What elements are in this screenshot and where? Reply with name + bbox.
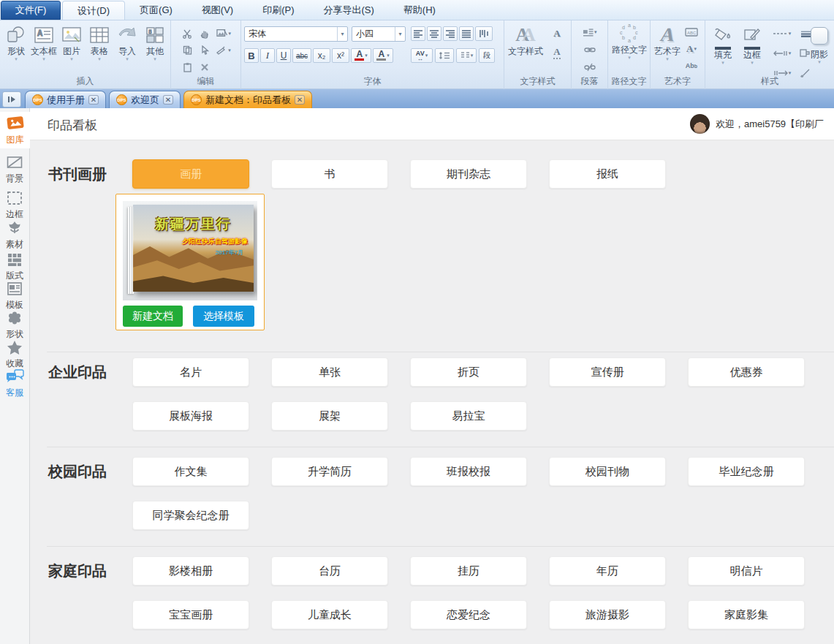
category-button[interactable]: 宝宝画册 [132,600,249,629]
cut-button[interactable] [180,26,194,41]
paste-button[interactable] [180,60,194,75]
category-button[interactable]: 单张 [271,357,388,387]
category-button[interactable]: 画册 [132,159,249,189]
category-button[interactable]: 家庭影集 [688,600,805,629]
arrow-start-button[interactable]: ▾ [770,46,795,61]
insert-import-button[interactable]: 导入▾ [113,24,141,62]
align-justify-button[interactable] [459,26,474,41]
path-text-button[interactable]: abc dab cd 路径文字 ▾ [610,23,649,61]
category-button[interactable]: 展板海报 [132,401,249,431]
font-color-button[interactable]: A▾ [351,48,371,63]
char-spacing-button[interactable]: AV↔▾ [411,48,433,63]
tab-close-icon[interactable]: ✕ [295,95,305,105]
insert-other-button[interactable]: 5其他▾ [141,24,169,62]
char-style-b-button[interactable]: A [550,45,564,60]
category-button[interactable]: 书 [271,159,388,189]
italic-button[interactable]: I [260,48,275,63]
wordart-shadow-button[interactable]: A▾ [684,42,699,56]
category-button[interactable]: 报纸 [549,159,666,189]
highlight-color-button[interactable]: A▾ [373,48,393,63]
shadow-button[interactable]: 阴影 ▾ [806,25,833,65]
wordart-button[interactable]: A 艺术字 ▾ [652,24,683,62]
copy-button[interactable] [180,43,194,58]
menu-item-help[interactable]: 帮助(H) [389,0,450,20]
category-button[interactable]: 挂历 [410,556,527,586]
align-center-button[interactable] [427,26,441,41]
dash-style-button[interactable]: ▾ [770,26,795,41]
sidebar-item-material[interactable]: 素材 [0,220,29,249]
category-button[interactable]: 易拉宝 [410,401,527,431]
category-button[interactable]: 折页 [410,357,527,387]
user-avatar[interactable] [690,114,710,134]
text-style-button[interactable]: AA 文字样式 [506,24,545,56]
category-button[interactable]: 年历 [549,556,666,586]
category-button[interactable]: 名片 [132,357,249,387]
document-tab-welcome[interactable]: DPS欢迎页✕ [109,91,181,108]
subscript-button[interactable]: x₂ [313,48,330,63]
edit-points-button[interactable]: ▾ [216,43,231,58]
border-button[interactable]: 边框 ▾ [738,24,767,66]
replace-image-button[interactable]: ▾ [216,26,231,41]
category-button[interactable]: 儿童成长 [271,600,388,629]
sidebar-item-shape[interactable]: 形状 [0,310,29,339]
bold-button[interactable]: B [244,48,259,63]
select-cursor-button[interactable] [197,43,212,58]
vertical-text-button[interactable] [475,26,493,41]
sidebar-item-gallery[interactable]: 图库 [0,112,30,148]
menu-item-page[interactable]: 页面(G) [125,0,187,20]
tab-close-icon[interactable]: ✕ [88,95,99,105]
category-button[interactable]: 期刊杂志 [410,159,527,189]
menu-item-design[interactable]: 设计(D) [62,1,125,20]
insert-table-button[interactable]: 表格▾ [86,24,113,62]
tab-close-icon[interactable]: ✕ [163,95,173,105]
sidebar-item-favorites[interactable]: 收藏 [0,339,29,368]
sidebar-item-border[interactable]: 边框 [0,190,29,219]
category-button[interactable]: 校园刊物 [549,457,666,486]
category-button[interactable]: 班报校报 [410,457,527,486]
choose-template-button[interactable]: 选择模板 [193,306,254,327]
new-document-button[interactable]: 新建文档 [123,306,183,327]
category-button[interactable]: 升学简历 [271,457,388,486]
sidebar-expand-button[interactable] [2,91,21,107]
menu-item-view[interactable]: 视图(V) [187,0,248,20]
sidebar-item-service[interactable]: 客服 [0,368,29,398]
fill-button[interactable]: 填充 ▾ [708,24,738,66]
wordart-kerning-button[interactable]: Abb [684,58,699,73]
char-style-a-button[interactable]: A [550,26,564,41]
category-button[interactable]: 同学聚会纪念册 [132,501,249,530]
font-name-dropdown-icon[interactable]: ▾ [337,27,347,41]
superscript-button[interactable]: x² [332,48,349,63]
line-spacing-button[interactable] [435,48,454,63]
file-menu-button[interactable]: 文件(F) [1,1,61,20]
category-button[interactable]: 旅游摄影 [549,600,666,629]
sidebar-item-template[interactable]: 模板 [0,281,29,310]
category-button[interactable]: 作文集 [132,457,249,486]
sidebar-item-background[interactable]: 背景 [0,154,29,183]
unlink-text-button[interactable] [583,60,597,75]
underline-button[interactable]: U [276,48,291,63]
pan-hand-button[interactable] [197,26,212,41]
paragraph-settings-button[interactable]: 段 [479,48,495,63]
category-button[interactable]: 毕业纪念册 [688,457,805,486]
font-size-select[interactable]: 小四 ▾ [352,26,406,42]
menu-item-share[interactable]: 分享导出(S) [309,0,389,20]
font-size-dropdown-icon[interactable]: ▾ [395,27,405,41]
menu-item-print[interactable]: 印刷(P) [248,0,308,20]
link-text-button[interactable] [583,42,597,57]
insert-shapes-button[interactable]: 形状▾ [2,24,30,62]
category-button[interactable]: 恋爱纪念 [410,600,527,629]
wordart-abc-button[interactable]: ABC [684,25,699,39]
document-tab-new-doc[interactable]: DPS新建文档：印品看板✕ [183,91,312,108]
strikethrough-button[interactable]: abc [292,48,311,63]
document-tab-manual[interactable]: DPS使用手册✕ [25,91,106,108]
font-name-select[interactable]: 宋体 ▾ [244,26,348,42]
category-button[interactable]: 台历 [271,556,388,586]
align-right-button[interactable] [443,26,458,41]
align-left-button[interactable] [411,26,425,41]
insert-textbox-button[interactable]: A文本框▾ [30,24,58,62]
insert-picture-button[interactable]: 图片▾ [58,24,86,62]
album-cover-thumbnail[interactable]: 新疆万里行 夕阳红快乐自驾游影像 2017年7月 [123,201,257,300]
sidebar-item-layout[interactable]: 版式 [0,251,29,281]
category-button[interactable]: 明信片 [688,556,805,586]
category-button[interactable]: 展架 [271,401,388,431]
